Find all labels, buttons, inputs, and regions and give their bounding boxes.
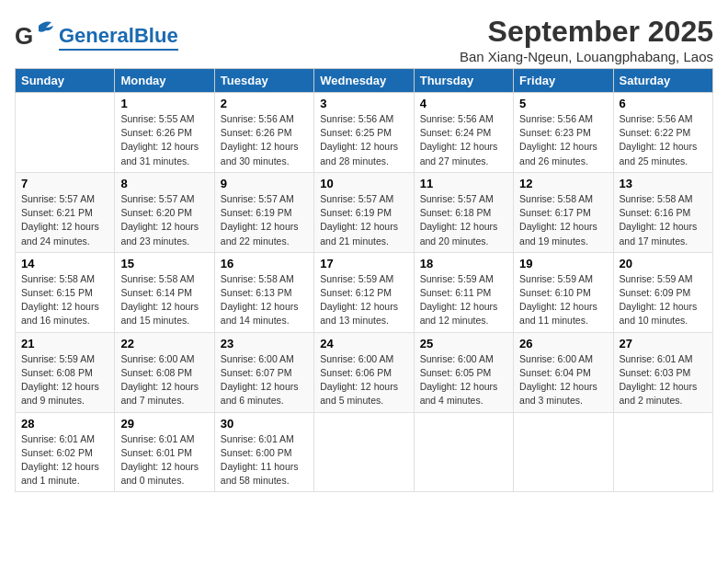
header-saturday: Saturday xyxy=(613,69,712,93)
day-number: 30 xyxy=(221,417,308,431)
header-thursday: Thursday xyxy=(414,69,513,93)
calendar-table: SundayMondayTuesdayWednesdayThursdayFrid… xyxy=(15,68,713,492)
calendar-week-4: 21Sunrise: 5:59 AMSunset: 6:08 PMDayligh… xyxy=(16,332,713,412)
calendar-cell xyxy=(514,412,613,492)
day-number: 15 xyxy=(120,257,208,270)
header-friday: Friday xyxy=(514,69,613,93)
day-number: 23 xyxy=(221,337,308,350)
calendar-cell xyxy=(613,412,712,492)
calendar-week-2: 7Sunrise: 5:57 AMSunset: 6:21 PMDaylight… xyxy=(16,172,713,252)
day-info: Sunrise: 5:59 AMSunset: 6:12 PMDaylight:… xyxy=(320,272,407,328)
calendar-cell: 5Sunrise: 5:56 AMSunset: 6:23 PMDaylight… xyxy=(514,93,613,173)
day-number: 16 xyxy=(221,257,308,270)
day-number: 26 xyxy=(519,337,607,350)
calendar-cell: 15Sunrise: 5:58 AMSunset: 6:14 PMDayligh… xyxy=(115,252,214,332)
title-block: September 2025 Ban Xiang-Ngeun, Louangph… xyxy=(460,15,713,64)
calendar-cell: 30Sunrise: 6:01 AMSunset: 6:00 PMDayligh… xyxy=(214,412,313,492)
day-info: Sunrise: 6:01 AMSunset: 6:03 PMDaylight:… xyxy=(620,352,707,408)
day-info: Sunrise: 5:59 AMSunset: 6:10 PMDaylight:… xyxy=(519,272,607,328)
calendar-cell xyxy=(16,93,115,173)
header-tuesday: Tuesday xyxy=(214,69,313,93)
day-number: 20 xyxy=(620,257,707,270)
day-number: 24 xyxy=(320,337,407,350)
day-number: 1 xyxy=(120,97,208,110)
day-info: Sunrise: 5:55 AMSunset: 6:26 PMDaylight:… xyxy=(120,112,208,168)
calendar-cell: 9Sunrise: 5:57 AMSunset: 6:19 PMDaylight… xyxy=(214,172,313,252)
calendar-cell: 8Sunrise: 5:57 AMSunset: 6:20 PMDaylight… xyxy=(115,172,214,252)
logo-bird-icon: G xyxy=(15,18,55,57)
svg-text:G: G xyxy=(15,22,33,50)
day-number: 9 xyxy=(221,177,308,190)
header-sunday: Sunday xyxy=(16,69,115,93)
day-info: Sunrise: 6:01 AMSunset: 6:02 PMDaylight:… xyxy=(21,432,108,488)
day-number: 6 xyxy=(620,97,707,110)
calendar-cell: 28Sunrise: 6:01 AMSunset: 6:02 PMDayligh… xyxy=(16,412,115,492)
calendar-cell: 26Sunrise: 6:00 AMSunset: 6:04 PMDayligh… xyxy=(514,332,613,412)
day-info: Sunrise: 5:57 AMSunset: 6:19 PMDaylight:… xyxy=(221,192,308,248)
main-title: September 2025 xyxy=(460,15,713,49)
day-info: Sunrise: 5:56 AMSunset: 6:23 PMDaylight:… xyxy=(519,112,607,168)
day-number: 25 xyxy=(420,337,507,350)
calendar-cell: 7Sunrise: 5:57 AMSunset: 6:21 PMDaylight… xyxy=(16,172,115,252)
calendar-week-1: 1Sunrise: 5:55 AMSunset: 6:26 PMDaylight… xyxy=(16,93,713,173)
header-wednesday: Wednesday xyxy=(314,69,414,93)
page-header: G GeneralBlue September 2025 Ban Xiang-N… xyxy=(15,15,713,64)
calendar-cell: 3Sunrise: 5:56 AMSunset: 6:25 PMDaylight… xyxy=(314,93,414,173)
calendar-cell: 12Sunrise: 5:58 AMSunset: 6:17 PMDayligh… xyxy=(514,172,613,252)
calendar-cell: 24Sunrise: 6:00 AMSunset: 6:06 PMDayligh… xyxy=(314,332,414,412)
calendar-week-3: 14Sunrise: 5:58 AMSunset: 6:15 PMDayligh… xyxy=(16,252,713,332)
calendar-cell: 22Sunrise: 6:00 AMSunset: 6:08 PMDayligh… xyxy=(115,332,214,412)
day-number: 14 xyxy=(21,257,108,270)
calendar-cell: 4Sunrise: 5:56 AMSunset: 6:24 PMDaylight… xyxy=(414,93,513,173)
day-info: Sunrise: 6:01 AMSunset: 6:01 PMDaylight:… xyxy=(120,432,208,488)
day-info: Sunrise: 5:57 AMSunset: 6:21 PMDaylight:… xyxy=(21,192,108,248)
calendar-cell: 20Sunrise: 5:59 AMSunset: 6:09 PMDayligh… xyxy=(613,252,712,332)
day-info: Sunrise: 6:00 AMSunset: 6:08 PMDaylight:… xyxy=(120,352,208,408)
calendar-cell: 14Sunrise: 5:58 AMSunset: 6:15 PMDayligh… xyxy=(16,252,115,332)
calendar-cell: 1Sunrise: 5:55 AMSunset: 6:26 PMDaylight… xyxy=(115,93,214,173)
calendar-cell: 11Sunrise: 5:57 AMSunset: 6:18 PMDayligh… xyxy=(414,172,513,252)
calendar-cell: 18Sunrise: 5:59 AMSunset: 6:11 PMDayligh… xyxy=(414,252,513,332)
calendar-cell: 27Sunrise: 6:01 AMSunset: 6:03 PMDayligh… xyxy=(613,332,712,412)
subtitle: Ban Xiang-Ngeun, Louangphabang, Laos xyxy=(460,49,713,64)
day-number: 18 xyxy=(420,257,507,270)
calendar-cell: 25Sunrise: 6:00 AMSunset: 6:05 PMDayligh… xyxy=(414,332,513,412)
day-info: Sunrise: 6:00 AMSunset: 6:07 PMDaylight:… xyxy=(221,352,308,408)
day-info: Sunrise: 5:56 AMSunset: 6:26 PMDaylight:… xyxy=(221,112,308,168)
day-info: Sunrise: 5:58 AMSunset: 6:16 PMDaylight:… xyxy=(620,192,707,248)
day-number: 7 xyxy=(21,177,108,190)
calendar-cell: 6Sunrise: 5:56 AMSunset: 6:22 PMDaylight… xyxy=(613,93,712,173)
calendar-cell: 21Sunrise: 5:59 AMSunset: 6:08 PMDayligh… xyxy=(16,332,115,412)
calendar-cell: 2Sunrise: 5:56 AMSunset: 6:26 PMDaylight… xyxy=(214,93,313,173)
day-number: 2 xyxy=(221,97,308,110)
calendar-cell: 13Sunrise: 5:58 AMSunset: 6:16 PMDayligh… xyxy=(613,172,712,252)
calendar-cell: 23Sunrise: 6:00 AMSunset: 6:07 PMDayligh… xyxy=(214,332,313,412)
day-number: 28 xyxy=(21,417,108,431)
day-info: Sunrise: 5:56 AMSunset: 6:25 PMDaylight:… xyxy=(320,112,407,168)
day-info: Sunrise: 5:58 AMSunset: 6:17 PMDaylight:… xyxy=(519,192,607,248)
calendar-week-5: 28Sunrise: 6:01 AMSunset: 6:02 PMDayligh… xyxy=(16,412,713,492)
day-number: 17 xyxy=(320,257,407,270)
day-info: Sunrise: 5:59 AMSunset: 6:09 PMDaylight:… xyxy=(620,272,707,328)
day-info: Sunrise: 5:57 AMSunset: 6:19 PMDaylight:… xyxy=(320,192,407,248)
logo: G GeneralBlue xyxy=(15,18,178,57)
day-number: 5 xyxy=(519,97,607,110)
day-info: Sunrise: 6:00 AMSunset: 6:04 PMDaylight:… xyxy=(519,352,607,408)
day-number: 13 xyxy=(620,177,707,190)
day-info: Sunrise: 5:59 AMSunset: 6:08 PMDaylight:… xyxy=(21,352,108,408)
day-info: Sunrise: 5:57 AMSunset: 6:20 PMDaylight:… xyxy=(120,192,208,248)
day-info: Sunrise: 5:58 AMSunset: 6:14 PMDaylight:… xyxy=(120,272,208,328)
day-number: 27 xyxy=(620,337,707,350)
day-info: Sunrise: 6:00 AMSunset: 6:06 PMDaylight:… xyxy=(320,352,407,408)
day-info: Sunrise: 5:58 AMSunset: 6:13 PMDaylight:… xyxy=(221,272,308,328)
day-number: 19 xyxy=(519,257,607,270)
calendar-cell: 10Sunrise: 5:57 AMSunset: 6:19 PMDayligh… xyxy=(314,172,414,252)
day-number: 11 xyxy=(420,177,507,190)
calendar-cell: 29Sunrise: 6:01 AMSunset: 6:01 PMDayligh… xyxy=(115,412,214,492)
day-info: Sunrise: 5:59 AMSunset: 6:11 PMDaylight:… xyxy=(420,272,507,328)
day-info: Sunrise: 6:01 AMSunset: 6:00 PMDaylight:… xyxy=(221,432,308,488)
day-info: Sunrise: 5:56 AMSunset: 6:22 PMDaylight:… xyxy=(620,112,707,168)
calendar-cell xyxy=(414,412,513,492)
calendar-cell: 16Sunrise: 5:58 AMSunset: 6:13 PMDayligh… xyxy=(214,252,313,332)
day-info: Sunrise: 5:56 AMSunset: 6:24 PMDaylight:… xyxy=(420,112,507,168)
